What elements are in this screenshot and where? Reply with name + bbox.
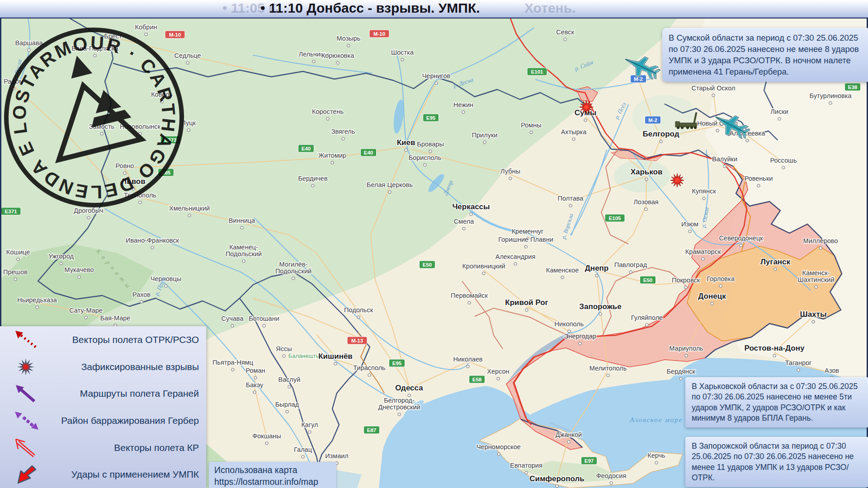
svg-text:Феодосия: Феодосия: [596, 472, 627, 479]
svg-text:Борисполь: Борисполь: [409, 154, 442, 161]
svg-text:М-10: М-10: [373, 31, 385, 37]
legend-label: Векторы полета КР: [53, 442, 206, 453]
river-label: Азовское море: [630, 416, 683, 423]
svg-text:Бая-Маре: Бая-Маре: [100, 314, 131, 322]
road-badge: Е95: [423, 114, 439, 122]
road-badge: Е50: [420, 261, 435, 268]
svg-text:Васлуй: Васлуй: [278, 376, 301, 383]
svg-text:Измаил: Измаил: [325, 452, 349, 460]
svg-text:Сату-Маре: Сату-Маре: [69, 307, 103, 314]
svg-text:Подольск: Подольск: [344, 306, 373, 314]
svg-text:Кривой Рог: Кривой Рог: [505, 298, 548, 307]
svg-text:Северодонецк: Северодонецк: [719, 235, 763, 242]
svg-text:Бердичев: Бердичев: [298, 175, 327, 182]
legend-label: Зафиксированные взрывы: [53, 361, 206, 372]
svg-text:Е95: Е95: [426, 115, 436, 121]
svg-text:Бердянск: Бердянск: [666, 368, 695, 375]
road-badge: Е87: [364, 426, 380, 434]
svg-text:Ахтырка: Ахтырка: [561, 128, 587, 136]
svg-text:Кременчуг: Кременчуг: [512, 228, 544, 235]
kharkiv-region-report-box: В Харьковской области за с 07:30 25.06.2…: [685, 377, 868, 427]
svg-text:Роман: Роман: [245, 367, 265, 374]
zaporizhzhia-region-report-box: В Запорожской области за период с 07:30 …: [685, 437, 868, 487]
svg-text:Черкассы: Черкассы: [452, 202, 490, 211]
svg-text:Запорожье: Запорожье: [579, 302, 621, 311]
svg-text:Прешов: Прешов: [3, 268, 28, 276]
svg-text:Миллерово: Миллерово: [803, 237, 838, 244]
svg-text:Е95: Е95: [392, 361, 402, 366]
svg-text:Мелитополь: Мелитополь: [590, 365, 627, 372]
legend-row-kr: Векторы полета КР: [0, 434, 206, 461]
svg-text:Бакэу: Бакэу: [246, 381, 264, 389]
svg-text:Изюм: Изюм: [681, 221, 698, 228]
legend-row-geran: Маршруты полета Гераней: [0, 380, 206, 407]
road-badge: Е40: [298, 145, 314, 152]
svg-text:Харьков: Харьков: [631, 168, 663, 176]
svg-text:Могилёв-Подольский: Могилёв-Подольский: [275, 261, 311, 275]
geran-route-icon: [0, 383, 53, 404]
svg-text:Тирасполь: Тирасполь: [353, 364, 385, 371]
svg-text:Ровеньки: Ровеньки: [745, 175, 773, 182]
svg-text:Старый Оскол: Старый Оскол: [692, 84, 736, 92]
svg-text:М-2: М-2: [648, 117, 657, 123]
svg-text:Белгород-Днестровский: Белгород-Днестровский: [378, 397, 420, 411]
explosion-icon: [0, 356, 53, 378]
svg-text:Шостка: Шостка: [391, 49, 414, 56]
attribution-url[interactable]: https://lostarmour.info/map: [214, 476, 331, 488]
svg-text:Первомайск: Первомайск: [451, 292, 488, 299]
svg-text:Ботошани: Ботошани: [249, 315, 279, 322]
svg-text:Полтава: Полтава: [558, 195, 584, 202]
forest-patch-kharkiv: [614, 160, 670, 192]
previous-event-ghost-text-2: Хотень.: [524, 0, 576, 16]
svg-text:Севск: Севск: [556, 28, 574, 36]
svg-text:Донецк: Донецк: [698, 292, 726, 300]
legend-label: Маршруты полета Гераней: [53, 388, 206, 399]
svg-text:Таганрог: Таганрог: [785, 359, 812, 366]
legend-label: Векторы полета ОТРК/РСЗО: [53, 334, 206, 345]
road-badge: Е105: [605, 214, 625, 222]
svg-text:Черноморское: Черноморское: [476, 443, 521, 450]
slide: • 11:05 С Хотень. • 11:10 Донбасс - взры…: [0, 0, 868, 488]
svg-text:Мариуполь: Мариуполь: [669, 345, 703, 352]
svg-text:Винница: Винница: [229, 217, 255, 224]
svg-text:Лозовая: Лозовая: [633, 198, 658, 206]
otrk-vector-icon: [0, 329, 53, 351]
svg-text:Симферополь: Симферополь: [529, 474, 584, 483]
svg-text:Е87: Е87: [367, 427, 376, 433]
svg-text:Горловка: Горловка: [707, 275, 735, 282]
road-badge: Е95: [389, 359, 405, 367]
svg-text:Прилуки: Прилуки: [472, 131, 498, 139]
road-badge: Е58: [469, 375, 485, 383]
svg-text:Е105: Е105: [609, 216, 621, 221]
svg-text:Нежин: Нежин: [453, 101, 473, 108]
svg-text:Ньиредьхаза: Ньиредьхаза: [17, 296, 57, 304]
svg-text:Звягель: Звягель: [331, 128, 355, 135]
svg-text:Каменец-Подольский: Каменец-Подольский: [226, 244, 262, 258]
svg-text:М-13: М-13: [351, 338, 363, 343]
road-badge: М-13: [347, 337, 367, 344]
svg-text:Купянск: Купянск: [692, 188, 716, 195]
svg-text:Е40: Е40: [302, 146, 311, 151]
sumy-region-report-box: В Сумской области за период с 07:30 25.0…: [662, 28, 868, 82]
svg-text:Керчь: Керчь: [647, 452, 665, 459]
svg-text:Ужгород: Ужгород: [48, 253, 74, 260]
umpk-strike-icon: [0, 464, 53, 485]
road-badge: М-10: [369, 30, 389, 38]
legend-row-explosions: Зафиксированные взрывы: [0, 353, 206, 380]
svg-text:Горишние Плавни: Горишние Плавни: [498, 236, 553, 243]
svg-text:Ромны: Ромны: [521, 122, 542, 129]
svg-text:Корюковка: Корюковка: [321, 52, 354, 59]
svg-text:Галац: Галац: [294, 446, 312, 453]
svg-text:Валуйки: Валуйки: [712, 155, 737, 163]
current-event-title: • 11:10 Донбасс - взрывы. УМПК.: [260, 0, 480, 16]
svg-text:Белая Церковь: Белая Церковь: [367, 181, 413, 188]
svg-text:Одесса: Одесса: [395, 384, 423, 392]
road-badge: Е50: [640, 276, 656, 284]
svg-text:Мозырь: Мозырь: [337, 35, 361, 42]
svg-text:Энергодар: Энергодар: [564, 333, 596, 340]
svg-text:Лиски: Лиски: [770, 108, 788, 115]
svg-text:Азов: Азов: [825, 367, 839, 374]
svg-text:Каменск-Шахтинский: Каменск-Шахтинский: [798, 269, 835, 283]
svg-text:Покровск: Покровск: [672, 277, 700, 284]
svg-text:Лубны: Лубны: [500, 168, 520, 175]
